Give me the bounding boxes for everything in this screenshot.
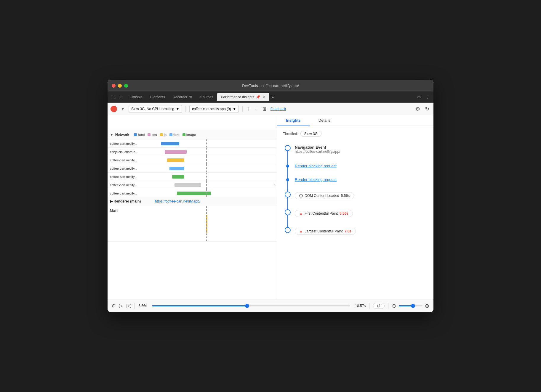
row-label: coffee-cart.netlify...	[108, 142, 155, 145]
render-block-link-2[interactable]: Render blocking request	[295, 177, 337, 182]
row-bar-area: ›	[155, 181, 277, 189]
tl-content-lcp: ▲ Largest Contentful Paint 7.6s	[294, 225, 356, 240]
network-rows: coffee-cart.netlify... cdnjs.cloudflare.…	[108, 139, 277, 197]
tl-circle-lcp	[285, 227, 291, 233]
legend-html: html	[134, 133, 145, 136]
import-button[interactable]: ↓	[254, 105, 259, 113]
record-button[interactable]	[111, 106, 117, 112]
right-tabs: Insights Details	[277, 115, 433, 126]
device-icon-btn[interactable]: ▭	[118, 94, 125, 101]
devtools-window: DevTools - coffee-cart.netlify.app/ ⬚ ▭ …	[108, 80, 433, 312]
more-tabs-button[interactable]: »	[270, 94, 276, 101]
settings-icon-btn[interactable]: ⚙	[415, 94, 423, 101]
renderer-link[interactable]: https://coffee-cart.netlify.app/	[155, 199, 277, 203]
left-panel: 7,200ms 8,000ms ▲ LCP ▼ Network html	[108, 115, 277, 299]
net-bar	[161, 142, 180, 145]
cursor-icon-btn[interactable]: ⬚	[110, 94, 117, 101]
zoom-thumb[interactable]	[411, 304, 415, 308]
scrubber[interactable]	[152, 305, 350, 306]
tab-performance-insights[interactable]: Performance insights 📌 ✕	[217, 93, 269, 101]
tab-close-icon[interactable]: ✕	[263, 95, 265, 99]
zoom-out-button[interactable]: ⊖	[392, 303, 396, 309]
record-dropdown-btn[interactable]: ▼	[119, 106, 126, 112]
dashed-line	[206, 156, 207, 164]
skip-to-start-button[interactable]: |◁	[126, 303, 131, 309]
row-bar-area	[155, 164, 277, 172]
tl-circle-navigation	[285, 145, 291, 151]
legend-css-dot	[148, 133, 151, 136]
table-row[interactable]: coffee-cart.netlify...	[108, 173, 277, 181]
feedback-button[interactable]: Feedback	[270, 107, 286, 111]
tab-elements[interactable]: Elements	[147, 93, 169, 101]
scrubber-fill	[152, 305, 247, 306]
dashed-line	[206, 139, 207, 147]
table-row[interactable]: coffee-cart.netlify... ›	[108, 181, 277, 189]
tl-event-lcp: ▲ Largest Contentful Paint 7.6s	[283, 225, 428, 240]
fcp-badge: ▲ First Contentful Paint 5.56s	[295, 210, 353, 217]
tl-content-dcl: DOM Content Loaded 5.56s	[294, 189, 354, 205]
render-block-link-1[interactable]: Render blocking request	[295, 164, 337, 168]
network-section-header: ▼ Network html css js	[108, 130, 277, 139]
legend-font-dot	[169, 133, 172, 136]
zoom-slider[interactable]	[399, 305, 422, 306]
dashed-line	[206, 148, 207, 156]
row-bar-area	[155, 139, 277, 147]
table-row[interactable]: cdnjs.cloudflare.c...	[108, 148, 277, 156]
tab-insights[interactable]: Insights	[277, 115, 310, 126]
legend-image-dot	[183, 133, 185, 136]
tl-circle-dcl	[285, 192, 291, 197]
renderer-label: ▶ Renderer (main)	[108, 199, 155, 203]
expand-arrow-icon[interactable]: ›	[273, 183, 277, 187]
right-panel: Insights Details Throttled: Slow 3G	[277, 115, 433, 299]
table-row[interactable]: coffee-cart.netlify...	[108, 139, 277, 148]
delete-button[interactable]: 🗑	[261, 106, 268, 112]
export-button[interactable]: ↑	[246, 105, 251, 113]
settings-toolbar-btn[interactable]: ⚙	[414, 105, 421, 113]
main-bar-area	[155, 206, 277, 241]
refresh-toolbar-btn[interactable]: ↻	[424, 105, 430, 113]
tab-console[interactable]: Console	[126, 93, 146, 101]
timeline-viz: Navigation Event https://coffee-cart.net…	[283, 143, 428, 240]
net-bar	[172, 175, 184, 179]
bottom-toolbar: ⊙ ▷ |◁ 5.56s 10.57s x1 ⊖ ⊕	[108, 299, 433, 312]
table-row[interactable]: coffee-cart.netlify...	[108, 156, 277, 164]
tab-recorder[interactable]: Recorder ⚗	[169, 93, 196, 101]
zoom-in-button[interactable]: ⊕	[425, 303, 429, 309]
tl-event-dcl: DOM Content Loaded 5.56s	[283, 189, 428, 205]
renderer-toggle-icon[interactable]: ▶	[110, 199, 113, 203]
more-options-btn[interactable]: ⋮	[423, 94, 431, 101]
row-label: cdnjs.cloudflare.c...	[108, 150, 155, 154]
pin-icon: 📌	[256, 95, 260, 99]
legend-font: font	[169, 133, 180, 136]
maximize-button[interactable]	[124, 84, 128, 88]
table-row[interactable]: coffee-cart.netlify...	[108, 164, 277, 173]
screenshot-button[interactable]: ⊙	[112, 303, 116, 309]
close-button[interactable]	[112, 84, 116, 88]
tl-circle-fcp	[285, 209, 291, 215]
play-button[interactable]: ▷	[119, 303, 123, 309]
tl-nav-subtitle: https://coffee-cart.netlify.app/	[295, 150, 340, 154]
network-throttle-dropdown[interactable]: Slow 3G, No CPU throttling ▼	[129, 105, 182, 113]
main-row: Main	[108, 206, 277, 242]
title-bar: DevTools - coffee-cart.netlify.app/	[108, 80, 433, 91]
legend-js-dot	[160, 133, 163, 136]
target-dropdown[interactable]: coffee-cart.netlify.app (9) ▼	[189, 105, 239, 113]
throttled-badge: Slow 3G	[300, 131, 321, 137]
minimize-button[interactable]	[118, 84, 122, 88]
scrubber-container	[151, 305, 352, 306]
legend-html-dot	[134, 133, 137, 136]
timeline-header: 7,200ms 8,000ms ▲ LCP	[108, 115, 277, 130]
net-bar	[165, 150, 187, 154]
speed-badge[interactable]: x1	[373, 303, 385, 309]
tab-sources[interactable]: Sources	[196, 93, 217, 101]
net-bar	[175, 183, 201, 187]
scrubber-thumb[interactable]	[245, 304, 249, 308]
legend-image: image	[183, 133, 196, 136]
dashed-line	[206, 189, 207, 197]
tl-content-render-2: Render blocking request	[294, 174, 337, 187]
tab-details[interactable]: Details	[310, 115, 339, 126]
table-row[interactable]: coffee-cart.netlify...	[108, 189, 277, 197]
lcp-badge-detail: ▲ Largest Contentful Paint 7.6s	[295, 228, 356, 235]
throttled-row: Throttled: Slow 3G	[283, 131, 428, 137]
network-toggle-icon[interactable]: ▼	[110, 133, 113, 137]
